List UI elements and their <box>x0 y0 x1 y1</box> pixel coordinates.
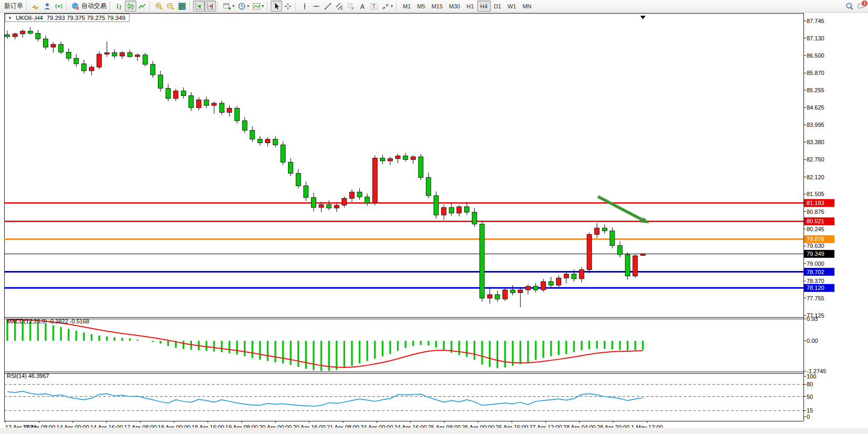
fibonacci-button[interactable]: F <box>345 1 357 12</box>
macd-indicator-label: MACD(12,26,9) -0.3822 -0.5168 <box>7 318 89 324</box>
vline-icon <box>301 2 309 10</box>
equidistant-channel-button[interactable]: E <box>334 1 345 12</box>
dropdown-arrow-icon[interactable]: ▾ <box>262 4 264 8</box>
chart-title: ▼ UKOil-,H4 79.293 79.375 79.275 79.349 <box>5 14 130 22</box>
button-label: M15 <box>432 3 443 9</box>
svg-text:78.370: 78.370 <box>807 278 824 284</box>
dropdown-arrow-icon[interactable]: ▾ <box>232 4 234 8</box>
crosshair-button[interactable] <box>282 1 294 12</box>
button-label: D1 <box>494 3 501 9</box>
tf-m30[interactable]: M30 <box>446 1 463 12</box>
svg-text:81.183: 81.183 <box>807 200 824 206</box>
button-label: M1 <box>403 3 411 9</box>
signals-button[interactable] <box>53 1 65 12</box>
market-watch-button[interactable] <box>30 1 41 12</box>
tile-icon <box>178 2 186 10</box>
tf-w1[interactable]: W1 <box>505 1 520 12</box>
svg-text:79.878: 79.878 <box>807 236 824 242</box>
vertical-line-button[interactable] <box>299 1 310 12</box>
svg-text:83.380: 83.380 <box>807 139 824 145</box>
toolbar-drag-handle <box>66 2 68 10</box>
zoom-out-icon <box>166 2 175 10</box>
toolbar-drag-handle <box>149 2 152 10</box>
auto-scroll-button[interactable] <box>193 1 205 12</box>
chat-icon: 1 <box>857 2 865 10</box>
label-button[interactable]: A <box>357 1 368 12</box>
svg-text:79.349: 79.349 <box>807 251 824 257</box>
svg-text:77.755: 77.755 <box>807 295 824 301</box>
auto-trading-button[interactable]: 自动交易 <box>70 1 108 12</box>
shapes-icon <box>381 2 390 10</box>
svg-text:50: 50 <box>807 394 813 400</box>
svg-text:84.625: 84.625 <box>807 104 824 111</box>
tf-m15[interactable]: M15 <box>428 1 446 12</box>
tf-m5[interactable]: M5 <box>414 1 428 12</box>
chart-symbol-period: UKOil-,H4 <box>16 15 43 21</box>
text-button[interactable]: T <box>368 1 380 12</box>
arrows-button[interactable]: ▾ <box>380 1 394 12</box>
candlestick-chart-button[interactable] <box>125 1 136 12</box>
zoom-in-button[interactable] <box>153 1 165 12</box>
trendline-button[interactable] <box>322 1 334 12</box>
window-bottom-strip <box>0 428 868 434</box>
cursor-icon <box>272 2 281 10</box>
svg-text:80.521: 80.521 <box>807 218 824 224</box>
horizontal-line-button[interactable] <box>310 1 322 12</box>
dropdown-arrow-icon[interactable]: ▾ <box>391 4 393 8</box>
crosshair-icon <box>284 2 292 10</box>
line-chart-button[interactable] <box>136 1 148 12</box>
search-button[interactable] <box>844 1 855 12</box>
button-label: W1 <box>508 3 517 9</box>
toolbar-drag-handle <box>267 2 269 10</box>
indicators-button[interactable]: ▾ <box>251 1 265 12</box>
toolbar-drag-handle <box>26 2 28 10</box>
zoom-out-button[interactable] <box>165 1 176 12</box>
button-label: MN <box>522 3 531 9</box>
svg-text:0.00: 0.00 <box>807 338 818 344</box>
svg-text:80.245: 80.245 <box>807 226 824 232</box>
tf-mn[interactable]: MN <box>519 1 534 12</box>
new-chart-button[interactable]: ▾ <box>221 1 236 12</box>
button-label: H1 <box>466 3 474 9</box>
tf-h4[interactable]: H4 <box>477 1 491 12</box>
hline-icon <box>312 2 320 10</box>
svg-text:79.000: 79.000 <box>807 261 824 267</box>
chevron-down-icon[interactable]: ▼ <box>8 16 12 20</box>
svg-text:78.702: 78.702 <box>807 269 824 275</box>
new-order-button[interactable]: 新订单 <box>1 1 25 12</box>
profiles-button[interactable] <box>41 1 53 12</box>
toolbar-drag-handle <box>396 2 398 10</box>
toolbar-drag-handle <box>295 2 297 10</box>
toolbar-drag-handle <box>189 2 191 10</box>
notification-badge: 1 <box>861 0 868 7</box>
svg-text:79.630: 79.630 <box>807 243 824 249</box>
svg-text:F: F <box>352 7 354 10</box>
tf-d1[interactable]: D1 <box>491 1 505 12</box>
button-label: H4 <box>480 3 488 9</box>
globe-icon <box>71 2 80 10</box>
tile-windows-button[interactable] <box>176 1 188 12</box>
price-chart[interactable]: 87.74587.13086.50085.87085.25584.62583.9… <box>0 13 868 434</box>
periods-button[interactable]: ▾ <box>236 1 251 12</box>
svg-text:E: E <box>341 6 344 10</box>
svg-text:80.875: 80.875 <box>807 209 824 215</box>
rsi-indicator-label: RSI(14) 46.3967 <box>7 373 49 379</box>
svg-text:87.745: 87.745 <box>807 18 824 24</box>
svg-text:81.505: 81.505 <box>807 191 824 197</box>
cursor-button[interactable] <box>271 1 282 12</box>
dropdown-arrow-icon[interactable]: ▾ <box>247 4 249 8</box>
indicators-icon <box>252 2 261 10</box>
svg-text:83.995: 83.995 <box>807 122 824 128</box>
chart-shift-button[interactable] <box>205 1 216 12</box>
channel-icon: E <box>335 2 344 10</box>
fibo-icon: F <box>347 2 355 10</box>
tf-m1[interactable]: M1 <box>400 1 414 12</box>
bar-chart-button[interactable] <box>113 1 125 12</box>
tf-h1[interactable]: H1 <box>463 1 477 12</box>
search-icon <box>845 2 854 10</box>
chat-button[interactable]: 1 <box>855 1 867 12</box>
svg-text:15: 15 <box>807 407 813 414</box>
chart-window[interactable]: 87.74587.13086.50085.87085.25584.62583.9… <box>0 13 868 434</box>
svg-text:82.750: 82.750 <box>807 156 824 162</box>
svg-text:80: 80 <box>807 381 813 387</box>
